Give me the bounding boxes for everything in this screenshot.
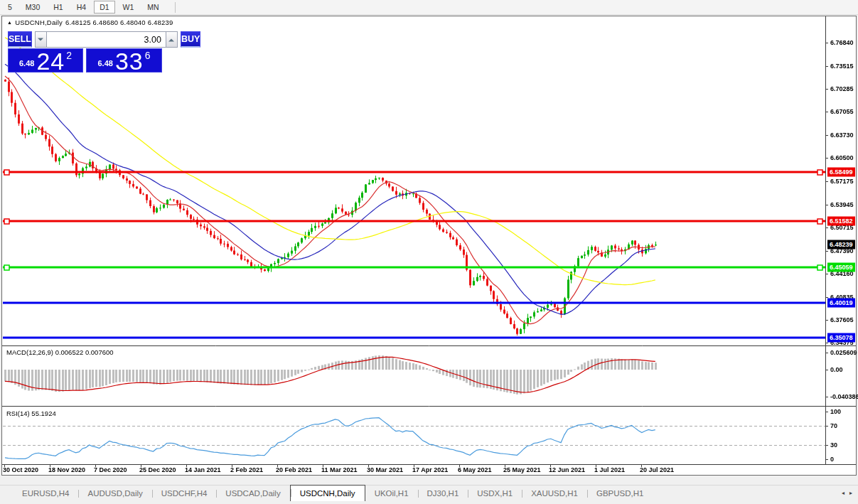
rsi-axis-tick: 30 bbox=[830, 441, 837, 449]
rsi-axis-tick: 100 bbox=[830, 408, 841, 415]
status-strip bbox=[0, 501, 858, 504]
date-axis-label: 25 May 2021 bbox=[503, 466, 541, 473]
chart-ohlc-quote: 6.48125 6.48680 6.48040 6.48239 bbox=[65, 18, 173, 26]
sell-button[interactable]: SELL bbox=[8, 31, 32, 48]
chart-symbol: USDCNH,Daily bbox=[15, 18, 63, 26]
sell-price-fraction: 2 bbox=[66, 50, 72, 61]
tab-ukoil-h1[interactable]: UKOil,H1 bbox=[365, 486, 418, 501]
one-click-trading-panel: SELL BUY 6.48 24 2 6.48 33 6 bbox=[8, 31, 162, 73]
sell-price-major: 6.48 bbox=[19, 59, 34, 68]
buy-button[interactable]: BUY bbox=[181, 31, 200, 48]
date-axis-label: 30 Oct 2020 bbox=[3, 466, 38, 473]
buy-price-box[interactable]: 6.48 33 6 bbox=[86, 48, 162, 73]
price-level-badge: 6.40019 bbox=[827, 298, 855, 307]
date-axis-label: 14 Jan 2021 bbox=[185, 466, 221, 473]
price-axis-tick: 6.53945 bbox=[830, 201, 854, 208]
triangle-up-icon bbox=[168, 36, 174, 41]
volume-decrease-button[interactable] bbox=[35, 31, 47, 48]
buy-price-major: 6.48 bbox=[97, 59, 112, 68]
timeframe-button-h4[interactable]: H4 bbox=[71, 1, 92, 14]
toolbar-separator bbox=[175, 2, 176, 13]
tab-scroll-left-icon[interactable]: ◂ bbox=[842, 490, 844, 496]
timeframe-button-w1[interactable]: W1 bbox=[117, 1, 140, 14]
price-level-badge: 6.45059 bbox=[827, 262, 855, 272]
timeframe-button-mn[interactable]: MN bbox=[141, 1, 164, 14]
date-axis-label: 7 Dec 2020 bbox=[94, 466, 127, 473]
timeframe-button-d1[interactable]: D1 bbox=[94, 1, 114, 14]
price-axis-tick: 6.63730 bbox=[830, 132, 854, 139]
volume-increase-button[interactable] bbox=[166, 31, 178, 48]
sell-price-box[interactable]: 6.48 24 2 bbox=[8, 48, 83, 73]
price-level-badge: 6.58499 bbox=[827, 168, 855, 177]
timeframe-toolbar: 5M30H1H4D1W1MN bbox=[0, 0, 858, 15]
collapse-icon[interactable]: ▲ bbox=[7, 20, 12, 25]
tab-eurusd-h4[interactable]: EURUSD,H4 bbox=[13, 486, 78, 501]
price-level-badge: 6.51582 bbox=[827, 217, 855, 226]
rsi-axis-tick: 70 bbox=[830, 422, 837, 429]
tab-dj30-h1[interactable]: DJ30,H1 bbox=[418, 486, 468, 501]
buy-price-pips: 33 bbox=[115, 52, 144, 70]
macd-axis-tick: 0.00 bbox=[830, 366, 843, 373]
tab-usdcad-daily[interactable]: USDCAD,Daily bbox=[216, 486, 289, 501]
macd-label: MACD(12,26,9) 0.006522 0.007600 bbox=[6, 348, 114, 356]
triangle-down-icon bbox=[38, 38, 43, 43]
price-axis-tick: 6.37605 bbox=[830, 316, 854, 323]
timeframe-button-h1[interactable]: H1 bbox=[48, 1, 68, 14]
timeframe-button-m30[interactable]: M30 bbox=[20, 1, 45, 14]
date-axis-label: 18 Nov 2020 bbox=[48, 466, 85, 473]
buy-price-fraction: 6 bbox=[145, 50, 151, 61]
tab-gbpusd-h1[interactable]: GBPUSD,H1 bbox=[587, 486, 653, 501]
rsi-axis-tick: 0 bbox=[830, 456, 834, 463]
chart-tab-bar: EURUSD,H4AUDUSD,DailyUSDCHF,H4USDCAD,Dai… bbox=[0, 485, 858, 501]
date-axis-label: 11 Mar 2021 bbox=[321, 466, 358, 473]
tab-audusd-daily[interactable]: AUDUSD,Daily bbox=[78, 486, 151, 501]
price-axis-tick: 6.70285 bbox=[830, 85, 854, 92]
tab-xauusd-h1[interactable]: XAUUSD,H1 bbox=[522, 486, 587, 501]
timeframe-button-5[interactable]: 5 bbox=[2, 1, 18, 14]
sell-price-pips: 24 bbox=[36, 52, 65, 70]
date-axis-label: 1 Jul 2021 bbox=[594, 466, 625, 473]
volume-input[interactable] bbox=[47, 31, 166, 48]
price-axis-tick: 6.60500 bbox=[830, 154, 854, 161]
tab-usdchf-h4[interactable]: USDCHF,H4 bbox=[152, 486, 217, 501]
chart-header: ▲USDCNH,Daily6.48125 6.48680 6.48040 6.4… bbox=[7, 18, 176, 26]
date-axis-label: 20 Jul 2021 bbox=[640, 466, 674, 473]
price-axis-tick: 6.67055 bbox=[830, 108, 854, 115]
date-axis-label: 30 Mar 2021 bbox=[367, 466, 403, 473]
price-axis-tick: 6.73515 bbox=[830, 63, 854, 70]
date-axis-label: 12 Jun 2021 bbox=[549, 466, 585, 473]
macd-axis-tick: -0.040386 bbox=[830, 393, 858, 400]
price-chart-canvas[interactable] bbox=[2, 16, 856, 475]
current-price-badge: 6.48239 bbox=[827, 240, 855, 250]
date-axis-label: 6 May 2021 bbox=[458, 466, 492, 473]
volume-spinner bbox=[35, 31, 178, 48]
rsi-label: RSI(14) 55.1924 bbox=[6, 409, 56, 417]
date-axis-label: 20 Feb 2021 bbox=[276, 466, 312, 473]
date-axis-label: 25 Dec 2020 bbox=[139, 466, 176, 473]
macd-axis-tick: 0.025609 bbox=[830, 349, 857, 356]
price-axis-tick: 6.57175 bbox=[830, 178, 854, 185]
price-level-badge: 6.35078 bbox=[827, 333, 855, 343]
tab-scroll-right-icon[interactable]: ▸ bbox=[849, 490, 852, 496]
price-axis-tick: 6.76840 bbox=[830, 39, 854, 46]
tab-usdx-h1[interactable]: USDX,H1 bbox=[468, 486, 522, 501]
chart-window: ▲USDCNH,Daily6.48125 6.48680 6.48040 6.4… bbox=[1, 16, 857, 476]
date-axis-label: 2 Feb 2021 bbox=[230, 466, 263, 473]
date-axis-label: 17 Apr 2021 bbox=[412, 466, 448, 473]
tab-usdcnh-daily[interactable]: USDCNH,Daily bbox=[290, 485, 365, 501]
